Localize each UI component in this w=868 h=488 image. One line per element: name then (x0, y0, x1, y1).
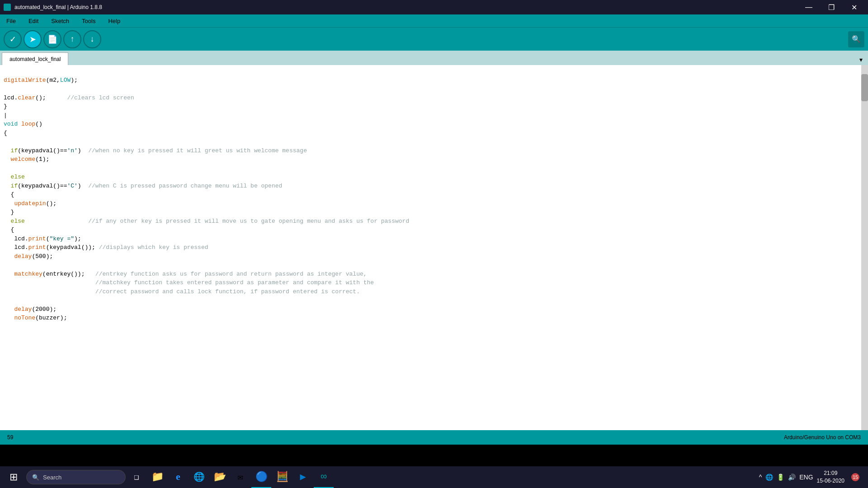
start-button[interactable]: ⊞ (2, 466, 25, 488)
code-content[interactable]: digitalWrite(m2,LOW); lcd.clear(); //cle… (0, 65, 868, 430)
task-view-icon: ❑ (134, 472, 139, 482)
clock-time: 21:09 (817, 469, 844, 477)
tray-battery-icon[interactable]: 🔋 (777, 474, 784, 481)
menu-edit[interactable]: Edit (26, 16, 41, 26)
tray-expand-icon[interactable]: ^ (759, 474, 762, 481)
tray-network-icon[interactable]: 🌐 (765, 474, 773, 481)
files-icon: 📂 (214, 471, 226, 483)
taskbar-calculator[interactable]: 🧮 (272, 466, 292, 488)
clock-date: 15-06-2020 (817, 477, 844, 485)
verify-button[interactable]: ✓ (4, 30, 22, 48)
notification-count: 15 (851, 473, 859, 481)
title-bar-left: automated_lock_final | Arduino 1.8.8 (4, 4, 102, 11)
code-editor[interactable]: digitalWrite(m2,LOW); lcd.clear(); //cle… (0, 65, 868, 430)
tab-bar: automated_lock_final ▾ (0, 51, 868, 65)
menu-sketch[interactable]: Sketch (48, 16, 72, 26)
taskbar-vs-code[interactable]: ▶ (293, 466, 313, 488)
menu-bar: File Edit Sketch Tools Help (0, 14, 868, 27)
console-area (0, 445, 868, 466)
search-bar[interactable]: 🔍 Search (26, 470, 126, 484)
minimize-button[interactable]: — (798, 0, 819, 14)
board-info: Arduino/Genuino Uno on COM3 (780, 434, 864, 441)
taskbar-edge[interactable]: e (168, 466, 188, 488)
file-explorer-icon: 📁 (151, 471, 164, 483)
chrome-icon: 🔵 (255, 471, 268, 483)
tab-label: automated_lock_final (9, 56, 61, 62)
tray-lang[interactable]: ENG (799, 474, 813, 481)
save-button[interactable]: ↓ (83, 30, 101, 48)
search-button[interactable]: 🔍 (848, 31, 864, 47)
edge-icon: e (176, 471, 180, 483)
new-button[interactable]: 📄 (43, 30, 61, 48)
title-bar-controls: — ❐ ✕ (798, 0, 864, 14)
system-clock[interactable]: 21:09 15-06-2020 (817, 469, 844, 485)
tab-dropdown-button[interactable]: ▾ (856, 54, 866, 65)
taskbar-files[interactable]: 📂 (210, 466, 230, 488)
menu-file[interactable]: File (4, 16, 19, 26)
upload-button[interactable]: ➤ (24, 30, 42, 48)
scrollbar-thumb[interactable] (861, 74, 868, 101)
taskbar-mail[interactable]: ✉️ (231, 466, 250, 488)
system-tray: ^ 🌐 🔋 🔊 ENG 21:09 15-06-2020 15 (755, 469, 866, 485)
title-bar: automated_lock_final | Arduino 1.8.8 — ❐… (0, 0, 868, 14)
window-title: automated_lock_final | Arduino 1.8.8 (14, 4, 102, 10)
start-icon: ⊞ (9, 471, 18, 483)
taskbar: ⊞ 🔍 Search ❑ 📁 e 🌐 📂 ✉️ 🔵 🧮 ▶ ∞ ^ 🌐 🔋 🔊 (0, 466, 868, 488)
tab-automated-lock-final[interactable]: automated_lock_final (2, 52, 68, 65)
close-button[interactable]: ✕ (844, 0, 864, 14)
maximize-button[interactable]: ❐ (821, 0, 842, 14)
arduino-logo-icon (4, 4, 11, 11)
mail-icon: ✉️ (238, 471, 243, 483)
taskbar-arduino[interactable]: ∞ (314, 466, 334, 488)
taskbar-chrome[interactable]: 🔵 (251, 466, 271, 488)
line-number: 59 (4, 434, 17, 441)
vertical-scrollbar[interactable] (861, 65, 868, 430)
calculator-icon: 🧮 (276, 471, 288, 483)
search-label: Search (43, 474, 61, 481)
search-icon: 🔍 (32, 474, 39, 481)
vs-code-icon: ▶ (300, 471, 306, 483)
menu-tools[interactable]: Tools (79, 16, 98, 26)
tray-volume-icon[interactable]: 🔊 (788, 474, 796, 481)
task-view-button[interactable]: ❑ (127, 466, 146, 488)
open-button[interactable]: ↑ (63, 30, 81, 48)
taskbar-internet-explorer[interactable]: 🌐 (189, 466, 209, 488)
taskbar-file-explorer[interactable]: 📁 (147, 466, 167, 488)
notification-button[interactable]: 15 (848, 470, 863, 484)
toolbar: ✓ ➤ 📄 ↑ ↓ 🔍 (0, 27, 868, 51)
menu-help[interactable]: Help (105, 16, 123, 26)
status-bar: 59 Arduino/Genuino Uno on COM3 (0, 430, 868, 445)
arduino-icon: ∞ (321, 471, 326, 483)
internet-explorer-icon: 🌐 (193, 471, 205, 483)
